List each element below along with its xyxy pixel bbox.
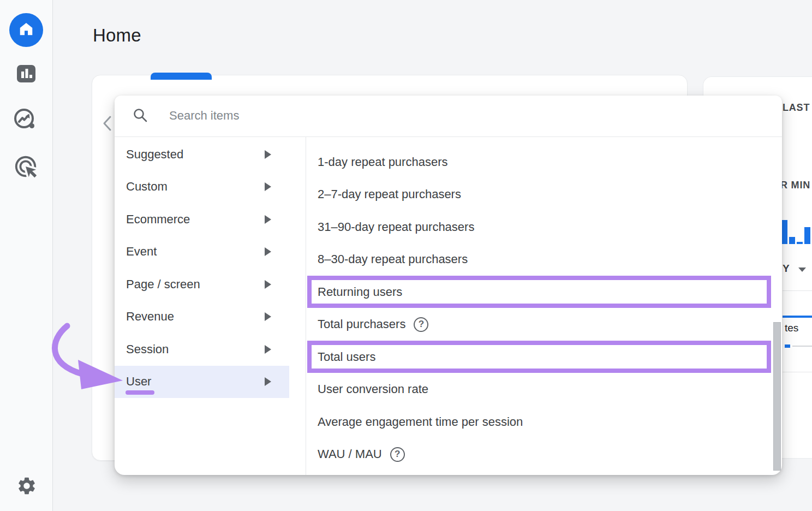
category-label: Custom <box>126 180 168 194</box>
category-label: Page / screen <box>126 277 200 292</box>
scrollbar-thumb[interactable] <box>773 322 781 471</box>
category-label: Session <box>126 342 169 356</box>
category-row[interactable]: User <box>115 366 289 399</box>
metric-label: Total users <box>318 350 375 364</box>
submenu-arrow-icon <box>265 312 271 321</box>
submenu-arrow-icon <box>265 150 271 159</box>
home-icon <box>18 21 34 39</box>
metric-label: User conversion rate <box>318 382 428 396</box>
left-nav <box>0 0 53 511</box>
submenu-arrow-icon <box>265 215 271 224</box>
metric-row[interactable]: User conversion rate <box>306 373 782 406</box>
page-title: Home <box>93 25 141 46</box>
metric-list: 1-day repeat purchasers 2–7-day repeat p… <box>306 136 782 471</box>
nav-home-button[interactable] <box>9 13 43 47</box>
metric-label: Total purchasers <box>318 317 405 331</box>
category-list: Suggested Custom Ecommerce Event Page / … <box>115 136 306 398</box>
category-row[interactable]: Revenue <box>115 301 289 334</box>
submenu-arrow-icon <box>265 182 271 191</box>
minute-bar <box>789 237 795 244</box>
category-label: Revenue <box>126 310 174 324</box>
category-row[interactable]: Session <box>115 333 289 366</box>
metric-label: Returning users <box>318 285 402 299</box>
metric-row[interactable]: 8–30-day repeat purchasers <box>306 243 782 276</box>
metric-row[interactable]: Returning users <box>306 276 782 308</box>
search-input[interactable] <box>169 103 660 128</box>
category-label: User <box>126 375 151 389</box>
category-row[interactable]: Suggested <box>115 138 289 171</box>
chevron-left-icon[interactable] <box>101 115 114 134</box>
explore-icon <box>13 108 38 132</box>
metric-label: 2–7-day repeat purchasers <box>318 187 461 201</box>
help-question-icon[interactable]: ? <box>390 447 405 462</box>
submenu-arrow-icon <box>265 345 271 354</box>
minute-bar <box>797 242 803 244</box>
metric-picker-dropdown: Suggested Custom Ecommerce Event Page / … <box>115 96 782 475</box>
metric-row[interactable]: Average engagement time per session <box>306 406 782 438</box>
metric-row[interactable]: 1-day repeat purchasers <box>306 146 782 179</box>
search-icon <box>133 108 148 125</box>
divider <box>783 372 812 372</box>
help-question-icon[interactable]: ? <box>414 317 428 332</box>
settings-gear-icon <box>16 476 37 498</box>
picker-search-row <box>115 96 782 136</box>
submenu-arrow-icon <box>265 247 271 256</box>
category-label: Suggested <box>126 147 183 162</box>
realtime-header-fragment: LAST <box>783 102 810 114</box>
category-row[interactable]: Ecommerce <box>115 203 289 236</box>
category-row[interactable]: Custom <box>115 171 289 204</box>
metric-row[interactable]: 31–90-day repeat purchasers <box>306 211 782 243</box>
metric-label: 31–90-day repeat purchasers <box>318 220 474 234</box>
metric-label: 1-day repeat purchasers <box>318 155 447 169</box>
submenu-arrow-icon <box>265 377 271 386</box>
metric-row[interactable]: WAU / MAU ? <box>306 438 782 471</box>
nav-explore-button[interactable] <box>13 109 38 131</box>
active-tab-indicator <box>151 73 212 80</box>
nav-advertising-button[interactable] <box>13 155 38 180</box>
metric-label: WAU / MAU <box>318 447 382 461</box>
realtime-subheader-fragment: R MIN <box>780 180 810 191</box>
metric-label: Average engagement time per session <box>318 415 523 429</box>
minute-bar <box>804 227 810 244</box>
submenu-arrow-icon <box>265 280 271 289</box>
mini-bar-track <box>792 346 812 347</box>
category-label: Ecommerce <box>126 212 190 227</box>
metric-row[interactable]: 2–7-day repeat purchasers <box>306 179 782 211</box>
reports-icon <box>16 64 36 85</box>
metric-label: 8–30-day repeat purchasers <box>318 252 468 266</box>
divider <box>783 290 812 291</box>
minute-bars <box>781 220 812 244</box>
chevron-down-icon <box>798 268 806 272</box>
realtime-tab-underline <box>783 316 812 318</box>
advertising-icon <box>13 154 38 181</box>
metric-row[interactable]: Total purchasers ? <box>306 308 782 341</box>
metric-row[interactable]: Total users <box>306 341 782 373</box>
dropdown-label-fragment: Y <box>783 263 790 275</box>
nav-settings-button[interactable] <box>16 476 37 498</box>
realtime-dimension-dropdown[interactable]: Y <box>783 263 806 275</box>
category-label: Event <box>126 245 157 259</box>
category-row[interactable]: Page / screen <box>115 268 289 301</box>
mini-bar-segment <box>785 344 790 348</box>
selected-underline <box>126 390 154 395</box>
category-row[interactable]: Event <box>115 236 289 269</box>
minute-bar <box>781 220 787 244</box>
nav-reports-button[interactable] <box>16 65 36 85</box>
realtime-tab-fragment[interactable]: tes <box>785 322 798 334</box>
